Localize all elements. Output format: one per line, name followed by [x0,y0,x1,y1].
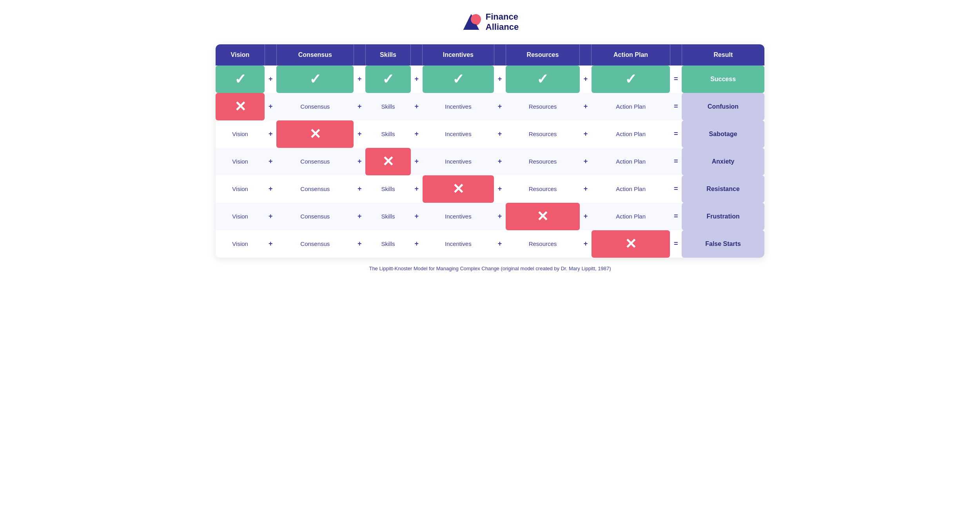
col-header-op1 [265,44,276,66]
operator-equals: = [670,66,682,93]
cross-cell-5: ✕ [592,230,670,258]
table-row: Vision+Consensus+Skills+Incentives+✕+Act… [216,203,764,230]
check-icon: ✓ [234,72,246,86]
text-cell-1: Consensus [276,175,354,203]
cross-cell-3: ✕ [423,175,494,203]
operator-plus: + [265,93,276,120]
operator-plus: + [354,93,365,120]
footer-citation: The Lippitt-Knoster Model for Managing C… [369,266,611,271]
cross-icon: ✕ [452,182,464,196]
check-cell-4: ✓ [506,66,580,93]
cross-cell-4: ✕ [506,203,580,230]
result-cell: False Starts [682,230,764,258]
text-cell-5: Action Plan [592,93,670,120]
operator-plus: + [494,203,506,230]
cross-icon: ✕ [537,209,548,224]
operator-plus: + [580,66,592,93]
operator-plus: + [411,66,423,93]
check-cell-1: ✓ [276,66,354,93]
text-cell-3: Incentives [423,230,494,258]
operator-plus: + [411,203,423,230]
text-cell-5: Action Plan [592,148,670,175]
check-icon: ✓ [537,72,548,86]
col-header-incentives: Incentives [423,44,494,66]
check-cell-5: ✓ [592,66,670,93]
text-cell-0: Vision [216,203,265,230]
result-cell: Frustration [682,203,764,230]
operator-plus: + [494,175,506,203]
operator-plus: + [580,203,592,230]
operator-plus: + [265,230,276,258]
operator-equals: = [670,120,682,148]
text-cell-4: Resources [506,93,580,120]
text-cell-2: Skills [365,120,410,148]
operator-plus: + [411,230,423,258]
check-cell-2: ✓ [365,66,410,93]
check-cell-3: ✓ [423,66,494,93]
text-cell-4: Resources [506,120,580,148]
col-header-consensus: Consensus [276,44,354,66]
text-cell-2: Skills [365,93,410,120]
result-cell: Sabotage [682,120,764,148]
text-cell-0: Vision [216,175,265,203]
table-row: Vision+Consensus+✕+Incentives+Resources+… [216,148,764,175]
text-cell-2: Skills [365,203,410,230]
text-cell-2: Skills [365,175,410,203]
cross-cell-0: ✕ [216,93,265,120]
text-cell-1: Consensus [276,93,354,120]
text-cell-1: Consensus [276,203,354,230]
operator-plus: + [265,175,276,203]
col-header-op4 [494,44,506,66]
operator-plus: + [354,230,365,258]
text-cell-1: Consensus [276,230,354,258]
text-cell-0: Vision [216,120,265,148]
operator-plus: + [580,120,592,148]
check-cell-0: ✓ [216,66,265,93]
text-cell-0: Vision [216,230,265,258]
operator-plus: + [411,175,423,203]
text-cell-2: Skills [365,230,410,258]
check-icon: ✓ [309,72,321,86]
operator-plus: + [354,148,365,175]
text-cell-3: Incentives [423,203,494,230]
table-header-row: Vision Consensus Skills Incentives Resou… [216,44,764,66]
table-row: ✓+✓+✓+✓+✓+✓=Success [216,66,764,93]
text-cell-3: Incentives [423,93,494,120]
operator-plus: + [494,120,506,148]
cross-icon: ✕ [625,237,637,251]
col-header-vision: Vision [216,44,265,66]
operator-plus: + [494,66,506,93]
col-header-op3 [411,44,423,66]
operator-plus: + [580,230,592,258]
cross-cell-1: ✕ [276,120,354,148]
cross-icon: ✕ [309,127,321,141]
operator-plus: + [580,175,592,203]
table-row: Vision+✕+Skills+Incentives+Resources+Act… [216,120,764,148]
operator-plus: + [265,148,276,175]
operator-plus: + [354,120,365,148]
col-header-op5 [580,44,592,66]
operator-equals: = [670,93,682,120]
result-cell: Confusion [682,93,764,120]
cross-icon: ✕ [234,100,246,114]
col-header-action-plan: Action Plan [592,44,670,66]
operator-plus: + [494,230,506,258]
cross-cell-2: ✕ [365,148,410,175]
operator-plus: + [265,203,276,230]
text-cell-0: Vision [216,148,265,175]
text-cell-5: Action Plan [592,120,670,148]
operator-plus: + [265,120,276,148]
svg-point-3 [471,14,481,24]
result-cell: Anxiety [682,148,764,175]
text-cell-1: Consensus [276,148,354,175]
operator-plus: + [354,203,365,230]
check-icon: ✓ [452,72,464,86]
operator-plus: + [494,148,506,175]
col-header-op2 [354,44,365,66]
result-cell: Success [682,66,764,93]
text-cell-4: Resources [506,175,580,203]
operator-equals: = [670,203,682,230]
operator-plus: + [411,120,423,148]
table-row: Vision+Consensus+Skills+Incentives+Resou… [216,230,764,258]
result-cell: Resistance [682,175,764,203]
